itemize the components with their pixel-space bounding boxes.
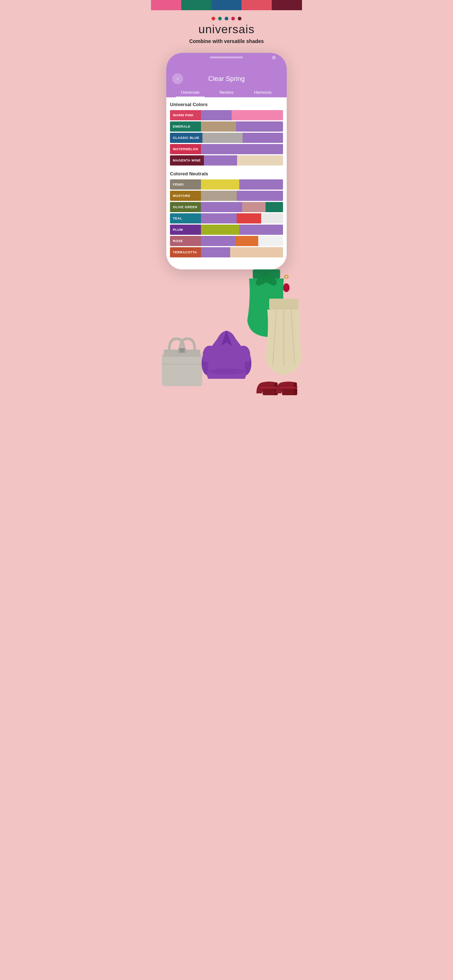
color-row-terracotta[interactable]: TERRACOTTA (170, 247, 283, 258)
color-row-warm-pink[interactable]: WARM PINK (170, 110, 283, 120)
svg-rect-18 (294, 382, 297, 395)
warm-pink-label: WARM PINK (170, 110, 201, 120)
emerald-seg1 (201, 121, 236, 132)
classic-blue-seg2 (242, 133, 283, 143)
rose-seg2 (236, 236, 258, 246)
rose-label: ROSE (170, 236, 201, 246)
olive-green-label: OLIVE GREEN (170, 202, 201, 212)
watermelon-seg1 (201, 144, 283, 154)
dot-wine (238, 17, 241, 21)
phone-bottom (166, 263, 287, 269)
color-row-mustard[interactable]: MUSTARD (170, 191, 283, 201)
screen-title: Clear Spring (183, 75, 270, 83)
svg-rect-20 (279, 387, 297, 389)
screen-tabs: Universais Neutros Harmonia (172, 88, 281, 97)
color-row-fendi[interactable]: FENDI (170, 180, 283, 189)
app-name: universais (198, 22, 255, 36)
fendi-seg1 (201, 180, 239, 189)
svg-rect-19 (260, 387, 278, 389)
header: universais Combine with versatile shades (151, 10, 302, 53)
screen-header-top: ‹ Clear Spring (172, 73, 281, 84)
color-row-classic-blue[interactable]: CLASSIC BLUE (170, 133, 283, 143)
fashion-area (151, 269, 302, 401)
terracotta-label: TERRACOTTA (170, 247, 201, 258)
screen-body: Universal Colors WARM PINK EMERALD CLASS… (166, 97, 287, 263)
phone-screen: ‹ Clear Spring Universais Neutros Harmon… (166, 69, 287, 269)
mustard-label: MUSTARD (170, 191, 201, 201)
magenta-wine-seg2 (237, 155, 283, 165)
olive-green-seg1 (201, 202, 242, 212)
warm-pink-seg2 (231, 110, 283, 120)
watermelon-label: WATERMELON (170, 144, 201, 154)
terracotta-seg2 (230, 247, 283, 258)
universal-colors-title: Universal Colors (170, 102, 283, 107)
classic-blue-label: CLASSIC BLUE (170, 133, 203, 143)
terracotta-seg1 (201, 247, 230, 258)
dot-blue (225, 17, 228, 21)
color-row-teal[interactable]: TEAL (170, 213, 283, 223)
brand-dots (212, 17, 241, 21)
teal-seg1 (201, 213, 237, 223)
mustard-seg2 (237, 191, 283, 201)
screen-header: ‹ Clear Spring Universais Neutros Harmon… (166, 69, 287, 97)
top-bar-wine (272, 0, 302, 10)
magenta-wine-seg1 (204, 155, 237, 165)
red-shoes (255, 370, 298, 401)
svg-rect-0 (162, 353, 202, 386)
fendi-seg2 (239, 180, 283, 189)
notch-bar (210, 57, 243, 58)
top-bar-pink (151, 0, 181, 10)
back-button[interactable]: ‹ (172, 73, 183, 84)
tab-universais[interactable]: Universais (172, 88, 208, 97)
phone-wrapper: ‹ Clear Spring Universais Neutros Harmon… (151, 53, 302, 269)
dot-green (218, 17, 222, 21)
tab-neutros[interactable]: Neutros (208, 88, 244, 97)
warm-pink-seg1 (201, 110, 231, 120)
color-row-plum[interactable]: PLUM (170, 224, 283, 235)
teal-label: TEAL (170, 213, 201, 223)
teal-seg2 (237, 213, 262, 223)
gray-bag (158, 335, 206, 393)
top-bar-blue (212, 0, 242, 10)
top-bar-red (241, 0, 272, 10)
color-row-emerald[interactable]: EMERALD (170, 121, 283, 132)
dot-red (212, 17, 215, 21)
classic-blue-seg1 (203, 133, 243, 143)
svg-rect-10 (269, 299, 298, 310)
olive-green-seg2 (242, 202, 266, 212)
magenta-wine-label: MAGENTA WINE (170, 155, 204, 165)
tab-harmonia[interactable]: Harmonia (245, 88, 281, 97)
olive-green-seg3 (266, 202, 283, 212)
color-row-rose[interactable]: ROSE (170, 236, 283, 246)
color-row-olive-green[interactable]: OLIVE GREEN (170, 202, 283, 212)
phone-mockup: ‹ Clear Spring Universais Neutros Harmon… (166, 53, 287, 269)
plum-seg2 (239, 224, 283, 235)
purple-top (201, 324, 252, 393)
teal-seg3 (261, 213, 283, 223)
color-row-magenta-wine[interactable]: MAGENTA WINE (170, 155, 283, 165)
rose-seg3 (258, 236, 283, 246)
color-row-watermelon[interactable]: WATERMELON (170, 144, 283, 154)
plum-label: PLUM (170, 224, 201, 235)
plum-seg1 (201, 224, 239, 235)
mustard-seg1 (201, 191, 237, 201)
dot-crimson (231, 17, 235, 21)
colored-neutrals-title: Colored Neutrals (170, 171, 283, 177)
emerald-label: EMERALD (170, 121, 201, 132)
notch-circle (272, 56, 276, 59)
svg-point-14 (208, 369, 245, 374)
top-bar-teal (181, 0, 212, 10)
beige-skirt (266, 299, 302, 379)
tagline: Combine with versatile shades (189, 38, 264, 44)
svg-rect-3 (180, 348, 184, 352)
top-color-bar (151, 0, 302, 10)
phone-notch (166, 53, 287, 69)
rose-seg1 (201, 236, 236, 246)
emerald-seg2 (236, 121, 283, 132)
fendi-label: FENDI (170, 180, 201, 189)
